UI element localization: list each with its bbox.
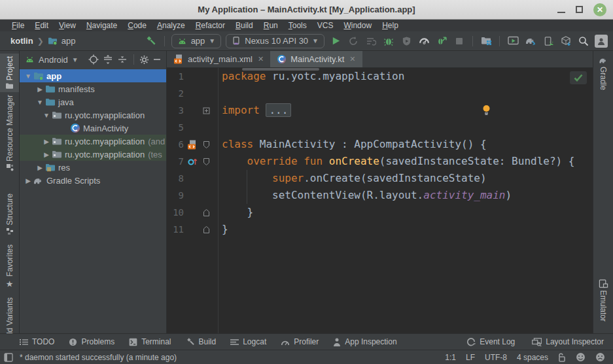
tool-window-project[interactable]: Project (0, 54, 19, 92)
device-file-explorer-icon[interactable] (480, 35, 493, 48)
fold-collapse-icon[interactable] (201, 157, 211, 166)
menu-refactor[interactable]: Refactor (190, 20, 230, 31)
menu-view[interactable]: View (54, 20, 81, 31)
tree-row-app[interactable]: ▼ app (20, 69, 166, 82)
tool-window-terminal[interactable]: Terminal (129, 337, 171, 346)
breadcrumb-project[interactable]: kotlin (10, 36, 33, 46)
chevron-collapsed-icon[interactable]: ▶ (24, 177, 33, 184)
avd-manager-icon[interactable] (542, 35, 555, 48)
chevron-collapsed-icon[interactable]: ▶ (35, 164, 44, 171)
tool-window-resource-manager[interactable]: Resource Manager (0, 92, 19, 174)
chevron-collapsed-icon[interactable]: ▶ (42, 151, 51, 158)
tree-row-gradle-scripts[interactable]: ▶ Gradle Scripts (20, 174, 166, 187)
hide-panel-icon[interactable] (153, 56, 161, 63)
close-tab-icon[interactable]: ✕ (258, 55, 264, 63)
device-select[interactable]: Nexus 10 API 30 ▼ (226, 34, 324, 48)
file-encoding[interactable]: UTF-8 (485, 353, 507, 362)
tree-row-manifests[interactable]: ▶ manifests (20, 82, 166, 95)
menu-help[interactable]: Help (377, 20, 404, 31)
profile-icon[interactable] (417, 35, 430, 48)
tool-window-build-variants[interactable]: Build Variants (0, 295, 19, 333)
tool-window-favorites[interactable]: Favorites ★ (0, 242, 19, 291)
tree-row-package-test[interactable]: ▶ ru.yotc.myapplication (tes (20, 148, 166, 161)
tool-window-emulator[interactable]: Emulator (593, 276, 613, 324)
breadcrumb-module[interactable]: app (61, 36, 76, 46)
code-area[interactable]: 1 package ru.yotc.myapplication 2 3 impo… (167, 68, 593, 333)
menu-analyze[interactable]: Analyze (152, 20, 190, 31)
apply-code-changes-icon[interactable] (364, 35, 377, 48)
tool-window-layout-inspector[interactable]: Layout Inspector (532, 337, 604, 346)
close-icon[interactable]: ✕ (593, 3, 606, 16)
overrides-method-icon[interactable] (184, 157, 201, 166)
tool-window-problems[interactable]: Problems (69, 337, 114, 346)
maximize-icon[interactable] (576, 6, 583, 13)
locate-file-icon[interactable] (88, 54, 99, 65)
menu-vcs[interactable]: VCS (312, 20, 339, 31)
fold-expand-icon[interactable] (201, 107, 211, 114)
caret-position[interactable]: 1:1 (445, 353, 456, 362)
attach-debugger-icon[interactable] (435, 35, 448, 48)
tool-window-todo[interactable]: TODO (20, 337, 54, 346)
tool-window-logcat[interactable]: Logcat (230, 337, 266, 346)
tool-window-switcher-icon[interactable] (4, 353, 13, 362)
run-configuration-select[interactable]: app ▼ (171, 34, 222, 48)
tree-row-java[interactable]: ▼ java (20, 95, 166, 108)
inspection-status-widget[interactable] (570, 71, 587, 84)
minimize-icon[interactable] (557, 12, 565, 13)
chevron-expanded-icon[interactable]: ▼ (35, 99, 44, 106)
tab-mainactivity-kt[interactable]: MainActivity.kt ✕ (270, 51, 362, 67)
lock-open-icon[interactable] (558, 353, 566, 362)
run-button[interactable] (329, 35, 342, 48)
indent-setting[interactable]: 4 spaces (517, 353, 548, 362)
stop-icon[interactable] (453, 35, 466, 48)
menu-navigate[interactable]: Navigate (81, 20, 122, 31)
chevron-collapsed-icon[interactable]: ▶ (42, 138, 51, 145)
tree-row-package[interactable]: ▼ ru.yotc.myapplication (20, 108, 166, 122)
tool-window-structure[interactable]: Structure (0, 191, 19, 238)
tool-window-profiler[interactable]: Profiler (281, 337, 319, 346)
menu-edit[interactable]: Edit (29, 20, 54, 31)
folded-imports[interactable]: ... (266, 103, 291, 117)
tab-activity-main-xml[interactable]: activity_main.xml ✕ (167, 51, 270, 67)
close-tab-icon[interactable]: ✕ (349, 55, 355, 63)
expand-all-icon[interactable] (103, 54, 113, 65)
collapse-all-icon[interactable] (117, 54, 128, 65)
tool-window-build[interactable]: Build (186, 337, 217, 346)
tool-window-event-log[interactable]: Event Log (466, 337, 515, 346)
menu-code[interactable]: Code (122, 20, 152, 31)
user-avatar[interactable] (595, 35, 608, 48)
tree-row-mainactivity[interactable]: MainActivity (20, 122, 166, 135)
project-view-mode[interactable]: Android (39, 55, 68, 65)
menu-file[interactable]: File (7, 20, 29, 31)
chevron-expanded-icon[interactable]: ▼ (24, 73, 33, 80)
running-devices-icon[interactable] (506, 35, 519, 48)
menu-tools[interactable]: Tools (283, 20, 312, 31)
gradle-sync-icon[interactable] (524, 35, 537, 48)
chevron-collapsed-icon[interactable]: ▶ (35, 86, 44, 93)
build-hammer-icon[interactable] (145, 35, 158, 48)
apply-changes-icon[interactable] (347, 35, 360, 48)
menu-window[interactable]: Window (338, 20, 377, 31)
horizontal-scrollbar-thumb[interactable] (242, 68, 319, 71)
chevron-down-icon[interactable]: ▼ (72, 56, 79, 63)
debug-icon[interactable] (382, 35, 395, 48)
sdk-manager-icon[interactable] (559, 35, 572, 48)
menu-run[interactable]: Run (258, 20, 283, 31)
tool-window-app-inspection[interactable]: App Inspection (333, 337, 396, 346)
run-with-coverage-icon[interactable] (400, 35, 413, 48)
status-message[interactable]: * daemon started successfully (a minute … (20, 353, 177, 362)
search-everywhere-icon[interactable] (577, 35, 590, 48)
fold-end-icon[interactable] (201, 225, 211, 234)
tree-row-package-androidtest[interactable]: ▶ ru.yotc.myapplication (and (20, 135, 166, 148)
tool-window-gradle[interactable]: Gradle (593, 54, 613, 93)
menu-build[interactable]: Build (230, 20, 258, 31)
fold-end-icon[interactable] (201, 208, 211, 217)
gear-icon[interactable] (139, 55, 149, 65)
intention-bulb-icon[interactable] (482, 105, 491, 116)
chevron-expanded-icon[interactable]: ▼ (42, 112, 51, 119)
related-layout-file-icon[interactable] (184, 140, 201, 150)
tree-row-res[interactable]: ▶ res (20, 161, 166, 174)
sad-face-icon[interactable] (595, 352, 605, 362)
fold-collapse-icon[interactable] (201, 141, 211, 149)
line-separator[interactable]: LF (466, 353, 475, 362)
